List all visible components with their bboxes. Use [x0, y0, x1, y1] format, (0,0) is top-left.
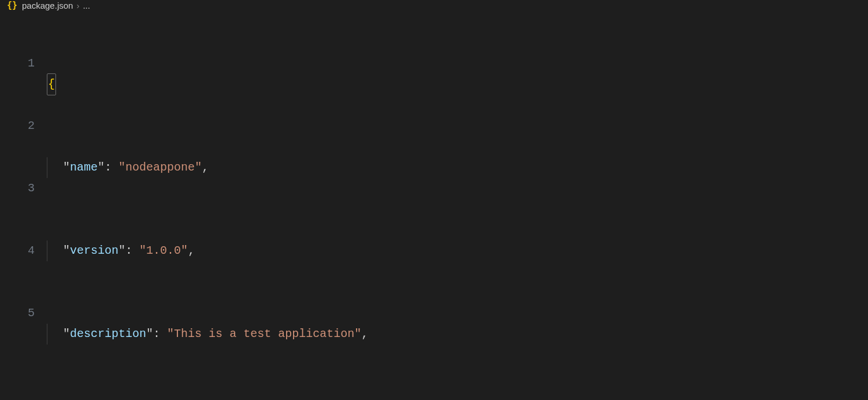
json-string: nodeappone	[125, 157, 195, 178]
svg-text:{: {	[7, 0, 12, 10]
editor-root: { } package.json › ... 1 2 3 4 5 6 7 8 9…	[0, 0, 868, 400]
line-number: 2	[0, 116, 35, 136]
breadcrumb-path[interactable]: ...	[83, 1, 90, 10]
line-number: 5	[0, 303, 35, 324]
line-number: 4	[0, 240, 35, 261]
code-line[interactable]: "version": "1.0.0",	[47, 240, 868, 261]
svg-text:}: }	[12, 0, 17, 10]
code-line[interactable]: {	[47, 74, 868, 95]
code-area[interactable]: 1 2 3 4 5 6 7 8 9 10 11 12 13 14 15 16 1…	[0, 10, 868, 400]
json-key: description	[70, 324, 146, 345]
json-string: 1.0.0	[146, 240, 181, 261]
line-number: 3	[0, 178, 35, 199]
json-string: This is a test application	[174, 324, 354, 345]
code-content[interactable]: { "name": "nodeappone", "version": "1.0.…	[47, 10, 868, 400]
code-line[interactable]: "name": "nodeappone",	[47, 157, 868, 178]
json-file-icon: { }	[7, 0, 17, 10]
breadcrumb[interactable]: { } package.json › ...	[0, 0, 868, 10]
json-key: name	[70, 157, 98, 178]
line-number: 1	[0, 53, 35, 74]
code-line[interactable]: "description": "This is a test applicati…	[47, 324, 868, 345]
breadcrumb-file[interactable]: package.json	[22, 1, 73, 10]
json-key: version	[70, 240, 118, 261]
brace-open: {	[47, 73, 56, 95]
gutter: 1 2 3 4 5 6 7 8 9 10 11 12 13 14 15 16 1…	[0, 10, 47, 400]
breadcrumb-separator: ›	[76, 1, 79, 10]
